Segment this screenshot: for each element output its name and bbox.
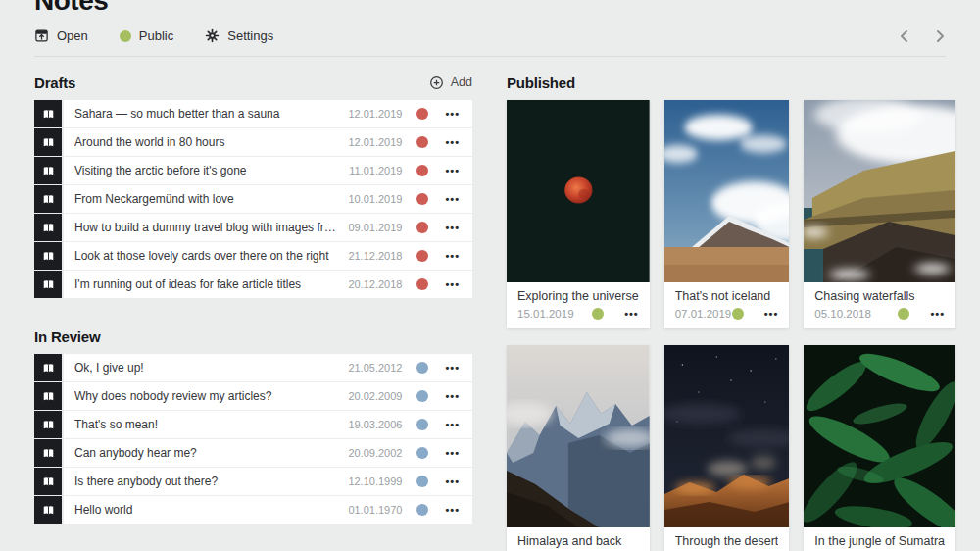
more-options-icon[interactable]: ••• bbox=[445, 279, 460, 290]
published-cards-grid: Exploring the universe 15.01.2019 ••• bbox=[507, 100, 946, 551]
status-dot bbox=[416, 476, 428, 487]
more-options-icon[interactable]: ••• bbox=[764, 309, 779, 320]
note-row[interactable]: Is there anybody out there? 12.10.1999 •… bbox=[34, 468, 472, 495]
drafts-section-header: Drafts Add bbox=[34, 74, 472, 91]
plus-circle-icon bbox=[429, 75, 444, 90]
open-button[interactable]: Open bbox=[34, 28, 88, 43]
card-footer: Exploring the universe 15.01.2019 ••• bbox=[507, 282, 650, 328]
note-row-body: Is there anybody out there? 12.10.1999 •… bbox=[64, 468, 472, 495]
more-options-icon[interactable]: ••• bbox=[445, 251, 460, 262]
settings-label: Settings bbox=[227, 28, 273, 43]
note-row[interactable]: Visiting the arctic before it's gone 11.… bbox=[34, 157, 472, 184]
note-title: I'm running out of ideas for fake articl… bbox=[74, 277, 348, 291]
more-options-icon[interactable]: ••• bbox=[445, 505, 460, 516]
card-meta: 05.10.2018 ••• bbox=[814, 308, 945, 320]
note-date: 20.02.2009 bbox=[348, 390, 402, 402]
card-title: Himalaya and back bbox=[517, 534, 639, 548]
more-options-icon[interactable]: ••• bbox=[445, 363, 460, 374]
published-card[interactable]: Himalaya and back 26.09.2018 ••• bbox=[507, 345, 650, 551]
note-date: 12.01.2019 bbox=[348, 108, 402, 120]
note-row[interactable]: Around the world in 80 hours 12.01.2019 … bbox=[34, 128, 472, 156]
published-card[interactable]: That's not iceland 07.01.2019 ••• bbox=[664, 100, 790, 328]
drafts-list: Sahara — so much better than a sauna 12.… bbox=[34, 100, 472, 298]
note-row[interactable]: Look at those lovely cards over there on… bbox=[34, 242, 472, 270]
card-meta: 07.01.2019 ••• bbox=[675, 308, 779, 320]
add-label: Add bbox=[451, 75, 472, 89]
more-options-icon[interactable]: ••• bbox=[445, 166, 460, 176]
notebook-icon bbox=[34, 411, 62, 438]
open-label: Open bbox=[57, 28, 88, 43]
status-dot bbox=[416, 193, 428, 205]
note-row-body: Around the world in 80 hours 12.01.2019 … bbox=[64, 128, 472, 156]
card-footer: Himalaya and back 26.09.2018 ••• bbox=[507, 527, 650, 551]
card-footer: Through the desert 05.09.2018 ••• bbox=[664, 527, 790, 551]
status-dot bbox=[416, 165, 428, 176]
more-options-icon[interactable]: ••• bbox=[624, 309, 639, 320]
more-options-icon[interactable]: ••• bbox=[445, 137, 460, 148]
card-footer: That's not iceland 07.01.2019 ••• bbox=[664, 282, 790, 328]
status-dot bbox=[416, 390, 428, 402]
notes-column: Drafts Add bbox=[34, 57, 472, 551]
note-date: 10.01.2019 bbox=[348, 193, 402, 205]
card-footer: In the jungle of Sumatra 31.07.2018 ••• bbox=[804, 527, 956, 551]
note-title: Around the world in 80 hours bbox=[74, 135, 348, 149]
status-dot bbox=[416, 419, 428, 430]
more-options-icon[interactable]: ••• bbox=[445, 194, 460, 205]
note-row[interactable]: Hello world 01.01.1970 ••• bbox=[34, 496, 472, 524]
status-dot bbox=[416, 250, 428, 262]
more-options-icon[interactable]: ••• bbox=[930, 309, 945, 320]
more-options-icon[interactable]: ••• bbox=[445, 420, 460, 430]
more-options-icon[interactable]: ••• bbox=[445, 476, 460, 487]
note-row[interactable]: How to build a dummy travel blog with im… bbox=[34, 214, 472, 241]
in-review-list: Ok, I give up! 21.05.2012 ••• bbox=[34, 354, 472, 524]
more-options-icon[interactable]: ••• bbox=[445, 223, 460, 233]
note-date: 09.01.2019 bbox=[348, 222, 402, 233]
gear-icon bbox=[205, 28, 220, 43]
published-card[interactable]: Exploring the universe 15.01.2019 ••• bbox=[507, 100, 650, 328]
note-date: 12.10.1999 bbox=[348, 476, 402, 487]
in-review-heading: In Review bbox=[34, 328, 100, 345]
chevron-left-icon[interactable] bbox=[899, 29, 908, 43]
more-options-icon[interactable]: ••• bbox=[445, 448, 460, 459]
note-row[interactable]: I'm running out of ideas for fake articl… bbox=[34, 271, 472, 298]
note-row[interactable]: From Neckargemünd with love 10.01.2019 •… bbox=[34, 185, 472, 213]
note-title: Look at those lovely cards over there on… bbox=[74, 249, 348, 263]
status-dot bbox=[416, 362, 428, 374]
status-dot bbox=[898, 308, 909, 320]
snowy-volcano-image bbox=[664, 100, 790, 282]
coastal-cliffs-image bbox=[804, 100, 956, 282]
note-row-body: From Neckargemünd with love 10.01.2019 •… bbox=[64, 185, 472, 213]
note-row-body: Visiting the arctic before it's gone 11.… bbox=[64, 157, 472, 184]
note-row[interactable]: Ok, I give up! 21.05.2012 ••• bbox=[34, 354, 472, 381]
settings-button[interactable]: Settings bbox=[205, 28, 273, 43]
status-dot bbox=[416, 278, 428, 290]
notebook-icon bbox=[34, 242, 62, 270]
note-date: 20.09.2002 bbox=[348, 447, 402, 459]
more-options-icon[interactable]: ••• bbox=[445, 391, 460, 402]
note-row[interactable]: Why does nobody review my articles? 20.0… bbox=[34, 382, 472, 410]
status-dot bbox=[416, 108, 428, 120]
card-footer: Chasing waterfalls 05.10.2018 ••• bbox=[804, 282, 956, 328]
add-note-button[interactable]: Add bbox=[429, 75, 472, 90]
chevron-right-icon[interactable] bbox=[936, 29, 946, 43]
note-row[interactable]: Sahara — so much better than a sauna 12.… bbox=[34, 100, 472, 127]
notebook-icon bbox=[34, 185, 62, 213]
status-dot bbox=[732, 308, 744, 320]
published-column: Published bbox=[507, 57, 946, 551]
card-title: That's not iceland bbox=[675, 289, 779, 303]
note-row[interactable]: Can anybody hear me? 20.09.2002 ••• bbox=[34, 439, 472, 467]
published-card[interactable]: Through the desert 05.09.2018 ••• bbox=[664, 345, 790, 551]
public-status-button[interactable]: Public bbox=[120, 28, 173, 43]
published-card[interactable]: Chasing waterfalls 05.10.2018 ••• bbox=[804, 100, 956, 328]
note-title: Sahara — so much better than a sauna bbox=[74, 107, 348, 121]
public-label: Public bbox=[139, 28, 173, 43]
published-card[interactable]: In the jungle of Sumatra 31.07.2018 ••• bbox=[804, 345, 956, 551]
status-dot bbox=[416, 447, 428, 459]
note-row-body: Why does nobody review my articles? 20.0… bbox=[64, 382, 472, 410]
note-date: 19.03.2006 bbox=[348, 419, 402, 430]
card-date: 05.10.2018 bbox=[814, 308, 898, 320]
note-row[interactable]: That's so mean! 19.03.2006 ••• bbox=[34, 411, 472, 438]
note-row-body: Hello world 01.01.1970 ••• bbox=[64, 496, 472, 524]
more-options-icon[interactable]: ••• bbox=[445, 109, 460, 120]
blood-moon-image bbox=[507, 100, 650, 282]
